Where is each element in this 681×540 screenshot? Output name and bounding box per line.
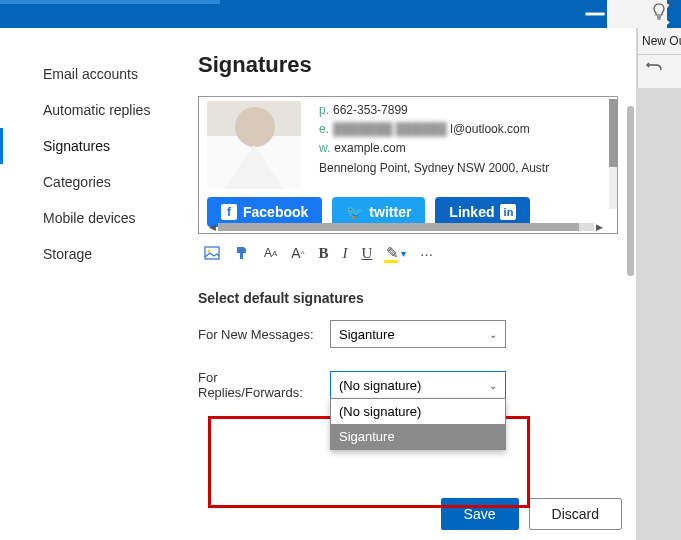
signature-text: p.662-353-7899 e.███████ ██████ l@outloo… xyxy=(319,101,549,189)
sidebar-label: Mobile devices xyxy=(43,210,136,226)
sidebar-label: Categories xyxy=(43,174,111,190)
dropdown-option[interactable]: Siganture xyxy=(331,424,505,449)
chevron-down-icon: ⌄ xyxy=(489,329,497,340)
italic-button[interactable]: I xyxy=(342,245,347,262)
twitter-icon: 🐦 xyxy=(346,204,363,220)
loading-bar xyxy=(0,0,220,4)
chevron-down-icon: ▾ xyxy=(401,248,406,259)
defaults-heading: Select default signatures xyxy=(198,290,618,306)
replies-forwards-select[interactable]: (No signature)⌄ (No signature) Siganture xyxy=(330,371,506,399)
svg-rect-6 xyxy=(205,247,219,259)
font-size-decrease-icon[interactable]: AA xyxy=(264,246,277,260)
row-replies-forwards: For Replies/Forwards: (No signature)⌄ (N… xyxy=(198,370,618,400)
discard-button[interactable]: Discard xyxy=(529,498,622,530)
settings-sidebar: Email accounts Automatic replies Signatu… xyxy=(0,28,190,540)
sidebar-item-categories[interactable]: Categories xyxy=(0,164,190,200)
right-panel: New Out xyxy=(637,28,681,88)
new-messages-select[interactable]: Siganture⌄ xyxy=(330,320,506,348)
page-title: Signatures xyxy=(198,52,618,78)
content-scrollbar[interactable] xyxy=(627,106,634,276)
new-messages-label: For New Messages: xyxy=(198,327,318,342)
font-size-increase-icon[interactable]: A^ xyxy=(291,245,304,261)
more-options-icon[interactable]: ··· xyxy=(420,245,433,262)
settings-dialog: Email accounts Automatic replies Signatu… xyxy=(0,28,636,540)
save-button[interactable]: Save xyxy=(441,498,519,530)
sidebar-item-storage[interactable]: Storage xyxy=(0,236,190,272)
underline-button[interactable]: U xyxy=(361,245,372,262)
facebook-icon: f xyxy=(221,204,237,220)
chevron-down-icon: ⌄ xyxy=(489,380,497,391)
signature-editor[interactable]: p.662-353-7899 e.███████ ██████ l@outloo… xyxy=(198,96,618,234)
format-toolbar: AA A^ B I U ✎▾ ··· xyxy=(198,234,618,272)
lightbulb-icon[interactable]: 2 xyxy=(651,3,667,25)
editor-horizontal-scrollbar[interactable]: ◀▶ xyxy=(207,223,605,231)
sidebar-item-automatic-replies[interactable]: Automatic replies xyxy=(0,92,190,128)
svg-rect-8 xyxy=(240,253,243,259)
row-new-messages: For New Messages: Siganture⌄ xyxy=(198,320,618,348)
insert-image-icon[interactable] xyxy=(204,245,220,261)
title-bar xyxy=(0,0,681,28)
dropdown-option[interactable]: (No signature) xyxy=(331,399,505,424)
sidebar-label: Email accounts xyxy=(43,66,138,82)
highlight-button[interactable]: ✎▾ xyxy=(386,244,406,262)
scroll-right-icon: ▶ xyxy=(594,222,605,232)
svg-point-7 xyxy=(208,250,211,253)
sidebar-item-signatures[interactable]: Signatures xyxy=(0,128,190,164)
editor-vertical-scrollbar[interactable] xyxy=(609,99,617,209)
help-area: 2 xyxy=(607,0,667,28)
undo-icon[interactable] xyxy=(638,54,681,81)
avatar xyxy=(207,101,301,189)
scroll-left-icon: ◀ xyxy=(207,222,218,232)
sidebar-item-mobile-devices[interactable]: Mobile devices xyxy=(0,200,190,236)
sidebar-label: Signatures xyxy=(43,138,110,154)
new-outlook-toggle[interactable]: New Out xyxy=(638,28,681,54)
replies-forwards-dropdown[interactable]: (No signature) Siganture xyxy=(330,398,506,450)
sidebar-label: Automatic replies xyxy=(43,102,150,118)
sidebar-item-email-accounts[interactable]: Email accounts xyxy=(0,56,190,92)
sidebar-label: Storage xyxy=(43,246,92,262)
dialog-actions: Save Discard xyxy=(441,498,622,530)
minimize-icon[interactable] xyxy=(583,2,607,26)
format-painter-icon[interactable] xyxy=(234,245,250,261)
bold-button[interactable]: B xyxy=(318,245,328,262)
settings-content: Signatures p.662-353-7899 e.███████ ████… xyxy=(190,28,636,540)
linkedin-icon: in xyxy=(500,204,516,220)
notification-badge: 2 xyxy=(668,0,673,9)
replies-forwards-label: For Replies/Forwards: xyxy=(198,370,318,400)
